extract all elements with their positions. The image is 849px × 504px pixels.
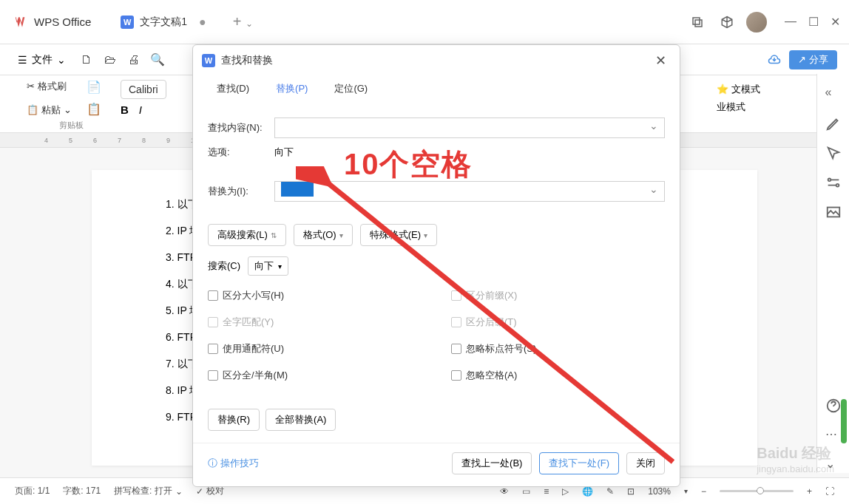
more-icon[interactable]: ⋯ xyxy=(825,427,842,443)
dirty-indicator: ● xyxy=(199,16,206,29)
pen-icon[interactable]: ✎ xyxy=(606,486,614,497)
word-icon: W xyxy=(121,16,134,29)
view-icon[interactable]: 👁 xyxy=(500,486,509,497)
zoom-slider[interactable] xyxy=(720,490,794,492)
annotation-text: 10个空格 xyxy=(344,144,473,185)
cursor-icon[interactable] xyxy=(825,145,842,161)
dialog-title: 查找和替换 xyxy=(221,54,273,67)
find-prev-button[interactable]: 查找上一处(B) xyxy=(452,452,532,474)
dialog-header: W 查找和替换 ✕ xyxy=(193,45,680,76)
preview-icon[interactable]: 🔍 xyxy=(149,51,166,69)
find-replace-dialog: W 查找和替换 ✕ 查找(D) 替换(P) 定位(G) 查找内容(N): 选项:… xyxy=(192,44,680,487)
globe-icon[interactable]: 🌐 xyxy=(582,486,593,497)
print-icon[interactable]: 🖨 xyxy=(125,51,143,69)
search-direction-combo[interactable]: 向下 ▾ xyxy=(248,256,288,276)
focus-icon[interactable]: ⊡ xyxy=(627,486,635,497)
find-input[interactable] xyxy=(274,118,665,138)
word-count[interactable]: 字数: 171 xyxy=(63,485,101,497)
image-icon[interactable] xyxy=(825,204,842,220)
check-whole: 全字匹配(Y) xyxy=(208,316,422,329)
find-label: 查找内容(N): xyxy=(208,121,267,134)
copy-icon[interactable]: 📄 xyxy=(85,78,103,96)
tips-link[interactable]: ⓘ 操作技巧 xyxy=(208,457,259,470)
layout-icon[interactable]: ▭ xyxy=(522,486,530,497)
play-icon[interactable]: ▷ xyxy=(562,486,569,497)
dialog-footer: 替换(R) 全部替换(A) xyxy=(193,400,680,443)
spell-check[interactable]: 拼写检查: 打开 ⌄ xyxy=(114,485,183,497)
replace-button[interactable]: 替换(R) xyxy=(208,409,260,431)
minimize-button[interactable]: — xyxy=(785,15,796,29)
share-button[interactable]: ↗ 分享 xyxy=(789,50,837,69)
font-selector[interactable]: Calibri xyxy=(121,80,166,99)
collapse-icon[interactable]: « xyxy=(825,86,842,102)
close-button[interactable]: ✕ xyxy=(831,15,840,29)
new-icon[interactable]: 🗋 xyxy=(78,51,95,69)
format-brush-button[interactable]: ✂ 格式刷 xyxy=(22,77,76,96)
window-copy-icon[interactable] xyxy=(687,12,708,33)
settings-icon[interactable] xyxy=(825,174,842,191)
options-label: 选项: xyxy=(208,146,267,159)
selection-highlight xyxy=(281,182,314,197)
document-title: 文字文稿1 xyxy=(140,16,187,29)
find-next-button[interactable]: 查找下一处(F) xyxy=(539,452,619,474)
dialog-tabs: 查找(D) 替换(P) 定位(G) xyxy=(193,76,680,103)
dialog-footer-2: ⓘ 操作技巧 查找上一处(B) 查找下一处(F) 关闭 xyxy=(193,443,680,486)
outline-icon[interactable]: ≡ xyxy=(544,486,549,497)
maximize-button[interactable]: ☐ xyxy=(808,15,819,29)
tab-area: W 文字文稿1 ● + ⌄ xyxy=(109,10,687,35)
share-label: 分享 xyxy=(809,53,828,67)
zoom-out-button[interactable]: − xyxy=(701,486,706,497)
check-suffix: 区分后缀(T) xyxy=(451,316,665,329)
clipboard-label: 剪贴板 xyxy=(59,120,84,131)
tab-goto[interactable]: 定位(G) xyxy=(321,76,381,103)
page-info[interactable]: 页面: 1/1 xyxy=(15,485,50,497)
copy-group: 📄 📋 xyxy=(85,78,103,118)
mode-2[interactable]: 业模式 xyxy=(717,101,760,114)
check-halfwidth[interactable]: 区分全/半角(M) xyxy=(208,369,422,382)
cloud-icon[interactable] xyxy=(765,51,783,69)
scroll-indicator xyxy=(841,399,847,443)
app-name: WPS Office xyxy=(34,16,91,28)
close-dialog-button[interactable]: 关闭 xyxy=(626,452,665,474)
window-controls: — ☐ ✕ xyxy=(785,15,840,29)
avatar[interactable] xyxy=(746,12,767,33)
clipboard-group: ✂ 格式刷 📋 粘贴 ⌄ 剪贴板 xyxy=(22,77,76,120)
check-case[interactable]: 区分大小写(H) xyxy=(208,289,422,302)
zoom-value[interactable]: 103% xyxy=(648,486,671,497)
open-icon[interactable]: 🗁 xyxy=(101,51,119,69)
document-tab[interactable]: W 文字文稿1 ● xyxy=(109,10,217,35)
replace-all-button[interactable]: 全部替换(A) xyxy=(265,409,336,431)
clipboard-icon[interactable]: 📋 xyxy=(85,101,103,118)
titlebar-right: — ☐ ✕ xyxy=(687,12,840,33)
font-group: Calibri B I xyxy=(121,80,166,116)
tab-find[interactable]: 查找(D) xyxy=(203,76,263,103)
mode-1[interactable]: ⭐ 文模式 xyxy=(717,83,760,96)
check-punct[interactable]: 忽略标点符号(S) xyxy=(451,342,665,355)
fullscreen-icon[interactable]: ⛶ xyxy=(825,486,834,497)
paste-label: 粘贴 xyxy=(41,103,61,117)
word-icon: W xyxy=(202,54,215,67)
bold-button[interactable]: B xyxy=(121,103,129,116)
check-wildcard[interactable]: 使用通配符(U) xyxy=(208,342,422,355)
check-space[interactable]: 忽略空格(A) xyxy=(451,369,665,382)
wps-icon xyxy=(15,15,30,30)
advanced-search-button[interactable]: 高级搜索(L) ⇅ xyxy=(208,224,286,246)
file-menu[interactable]: ☰ 文件 ⌄ xyxy=(12,50,72,69)
paste-button[interactable]: 📋 粘贴 ⌄ xyxy=(22,101,76,120)
dialog-close-button[interactable]: ✕ xyxy=(651,51,671,70)
svg-rect-1 xyxy=(693,18,700,24)
cube-icon[interactable] xyxy=(717,12,737,33)
svg-point-2 xyxy=(828,179,831,182)
font-name: Calibri xyxy=(129,84,158,95)
pencil-icon[interactable] xyxy=(825,115,842,132)
special-format-button[interactable]: 特殊格式(E) ▾ xyxy=(360,224,437,246)
titlebar: WPS Office W 文字文稿1 ● + ⌄ — ☐ ✕ xyxy=(0,0,849,44)
italic-button[interactable]: I xyxy=(139,103,142,116)
help-icon[interactable] xyxy=(825,398,842,414)
zoom-in-button[interactable]: + xyxy=(807,486,812,497)
tab-replace[interactable]: 替换(P) xyxy=(263,76,321,103)
format-button[interactable]: 格式(O) ▾ xyxy=(294,224,353,246)
svg-point-3 xyxy=(836,184,839,187)
check-prefix: 区分前缀(X) xyxy=(451,289,665,302)
add-tab-button[interactable]: + ⌄ xyxy=(227,10,259,33)
